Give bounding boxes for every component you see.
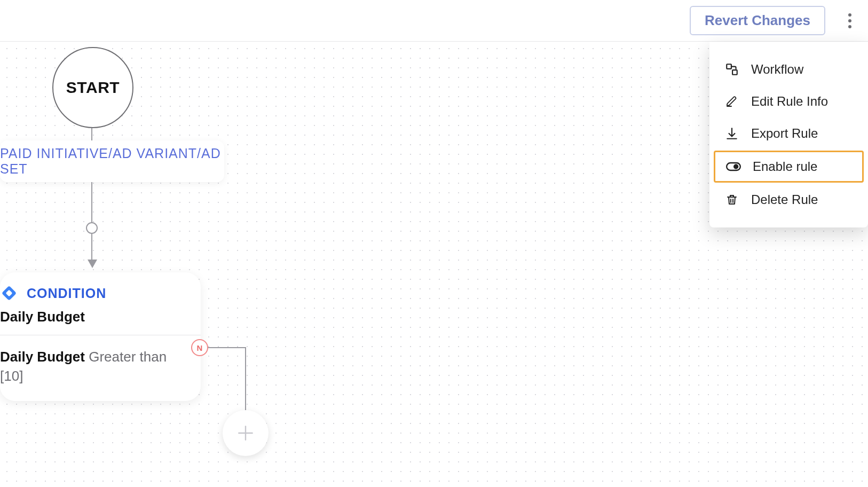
svg-rect-4 <box>727 64 731 69</box>
menu-item-workflow[interactable]: Workflow <box>709 53 868 85</box>
condition-node[interactable]: CONDITION Daily Budget Daily Budget Grea… <box>0 272 201 401</box>
connector-line <box>208 347 246 348</box>
divider <box>0 335 201 335</box>
menu-item-label: Edit Rule Info <box>751 94 828 109</box>
source-node-label: PAID INITIATIVE/AD VARIANT/AD SET <box>0 146 224 177</box>
connector-line <box>245 347 246 410</box>
connector-junction[interactable] <box>86 222 98 234</box>
trash-icon <box>724 192 739 207</box>
options-dropdown: Workflow Edit Rule Info Export Rule Enab… <box>709 42 868 227</box>
svg-point-7 <box>734 165 738 169</box>
workflow-icon <box>724 62 739 77</box>
menu-item-export-rule[interactable]: Export Rule <box>709 117 868 150</box>
condition-icon <box>0 284 18 302</box>
revert-changes-button[interactable]: Revert Changes <box>690 6 825 35</box>
menu-item-label: Export Rule <box>751 126 818 141</box>
arrowhead-icon <box>88 260 97 268</box>
more-options-button[interactable] <box>839 10 861 32</box>
menu-item-label: Delete Rule <box>751 192 818 207</box>
false-branch-badge[interactable]: N <box>191 339 208 356</box>
source-node[interactable]: PAID INITIATIVE/AD VARIANT/AD SET <box>0 140 224 182</box>
start-node-label: START <box>66 78 120 97</box>
start-node[interactable]: START <box>52 47 133 128</box>
menu-item-label: Workflow <box>751 62 803 77</box>
condition-tag: CONDITION <box>27 286 106 301</box>
menu-item-enable-rule[interactable]: Enable rule <box>714 151 864 183</box>
download-icon <box>724 126 739 141</box>
menu-item-edit-rule-info[interactable]: Edit Rule Info <box>709 85 868 117</box>
condition-expression: Daily Budget Greater than [10] <box>0 347 188 386</box>
svg-rect-5 <box>732 70 737 75</box>
toolbar: Revert Changes <box>0 0 868 42</box>
condition-title: Daily Budget <box>0 309 188 325</box>
menu-item-label: Enable rule <box>753 159 817 174</box>
toggle-icon <box>726 159 741 174</box>
add-node-button[interactable] <box>223 410 269 456</box>
menu-item-delete-rule[interactable]: Delete Rule <box>709 184 868 216</box>
pencil-icon <box>724 94 739 109</box>
